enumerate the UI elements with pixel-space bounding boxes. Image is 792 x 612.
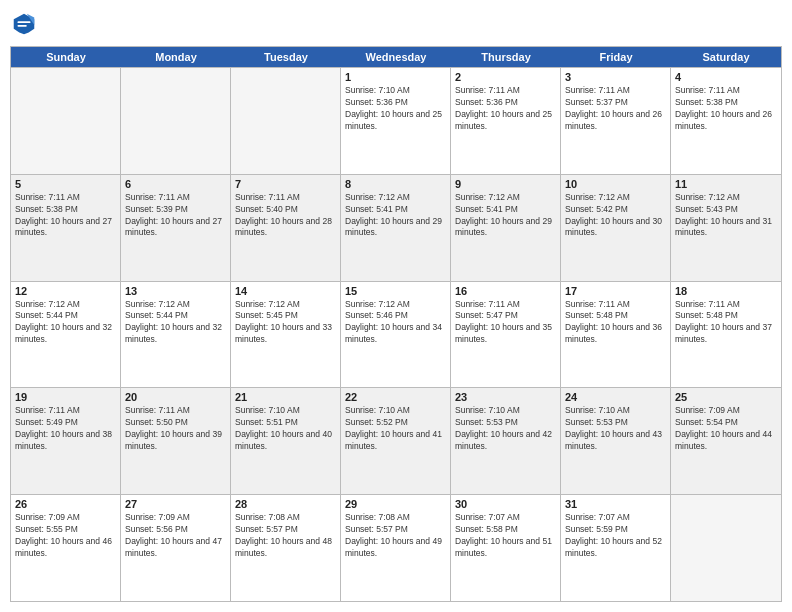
- day-info: Sunrise: 7:11 AM Sunset: 5:36 PM Dayligh…: [455, 85, 556, 133]
- day-number: 8: [345, 178, 446, 190]
- day-cell: 5Sunrise: 7:11 AM Sunset: 5:38 PM Daylig…: [11, 175, 121, 281]
- day-info: Sunrise: 7:11 AM Sunset: 5:48 PM Dayligh…: [675, 299, 777, 347]
- day-cell: 20Sunrise: 7:11 AM Sunset: 5:50 PM Dayli…: [121, 388, 231, 494]
- day-number: 31: [565, 498, 666, 510]
- day-info: Sunrise: 7:10 AM Sunset: 5:51 PM Dayligh…: [235, 405, 336, 453]
- day-info: Sunrise: 7:08 AM Sunset: 5:57 PM Dayligh…: [235, 512, 336, 560]
- day-number: 7: [235, 178, 336, 190]
- day-cell: 27Sunrise: 7:09 AM Sunset: 5:56 PM Dayli…: [121, 495, 231, 601]
- day-number: 28: [235, 498, 336, 510]
- day-cell: 29Sunrise: 7:08 AM Sunset: 5:57 PM Dayli…: [341, 495, 451, 601]
- day-cell: 28Sunrise: 7:08 AM Sunset: 5:57 PM Dayli…: [231, 495, 341, 601]
- day-info: Sunrise: 7:11 AM Sunset: 5:49 PM Dayligh…: [15, 405, 116, 453]
- day-cell: 24Sunrise: 7:10 AM Sunset: 5:53 PM Dayli…: [561, 388, 671, 494]
- day-number: 5: [15, 178, 116, 190]
- day-number: 13: [125, 285, 226, 297]
- day-number: 14: [235, 285, 336, 297]
- day-number: 6: [125, 178, 226, 190]
- day-number: 15: [345, 285, 446, 297]
- day-cell: 12Sunrise: 7:12 AM Sunset: 5:44 PM Dayli…: [11, 282, 121, 388]
- day-header: Thursday: [451, 47, 561, 67]
- day-info: Sunrise: 7:11 AM Sunset: 5:50 PM Dayligh…: [125, 405, 226, 453]
- day-number: 4: [675, 71, 777, 83]
- header: [10, 10, 782, 38]
- day-info: Sunrise: 7:11 AM Sunset: 5:48 PM Dayligh…: [565, 299, 666, 347]
- day-info: Sunrise: 7:09 AM Sunset: 5:55 PM Dayligh…: [15, 512, 116, 560]
- day-cell: 30Sunrise: 7:07 AM Sunset: 5:58 PM Dayli…: [451, 495, 561, 601]
- day-number: 21: [235, 391, 336, 403]
- day-info: Sunrise: 7:12 AM Sunset: 5:46 PM Dayligh…: [345, 299, 446, 347]
- day-cell: [11, 68, 121, 174]
- day-info: Sunrise: 7:11 AM Sunset: 5:39 PM Dayligh…: [125, 192, 226, 240]
- day-number: 19: [15, 391, 116, 403]
- day-info: Sunrise: 7:07 AM Sunset: 5:58 PM Dayligh…: [455, 512, 556, 560]
- day-cell: 15Sunrise: 7:12 AM Sunset: 5:46 PM Dayli…: [341, 282, 451, 388]
- day-info: Sunrise: 7:12 AM Sunset: 5:44 PM Dayligh…: [125, 299, 226, 347]
- day-info: Sunrise: 7:12 AM Sunset: 5:43 PM Dayligh…: [675, 192, 777, 240]
- day-number: 25: [675, 391, 777, 403]
- day-header: Wednesday: [341, 47, 451, 67]
- day-number: 26: [15, 498, 116, 510]
- day-cell: 18Sunrise: 7:11 AM Sunset: 5:48 PM Dayli…: [671, 282, 781, 388]
- day-header: Tuesday: [231, 47, 341, 67]
- day-number: 29: [345, 498, 446, 510]
- day-cell: 10Sunrise: 7:12 AM Sunset: 5:42 PM Dayli…: [561, 175, 671, 281]
- day-header: Monday: [121, 47, 231, 67]
- svg-rect-3: [17, 25, 26, 27]
- day-cell: 8Sunrise: 7:12 AM Sunset: 5:41 PM Daylig…: [341, 175, 451, 281]
- week-row: 19Sunrise: 7:11 AM Sunset: 5:49 PM Dayli…: [11, 387, 781, 494]
- day-info: Sunrise: 7:09 AM Sunset: 5:54 PM Dayligh…: [675, 405, 777, 453]
- day-number: 23: [455, 391, 556, 403]
- day-info: Sunrise: 7:08 AM Sunset: 5:57 PM Dayligh…: [345, 512, 446, 560]
- day-header: Sunday: [11, 47, 121, 67]
- day-info: Sunrise: 7:11 AM Sunset: 5:47 PM Dayligh…: [455, 299, 556, 347]
- day-info: Sunrise: 7:12 AM Sunset: 5:42 PM Dayligh…: [565, 192, 666, 240]
- day-cell: 2Sunrise: 7:11 AM Sunset: 5:36 PM Daylig…: [451, 68, 561, 174]
- day-number: 12: [15, 285, 116, 297]
- day-info: Sunrise: 7:11 AM Sunset: 5:38 PM Dayligh…: [675, 85, 777, 133]
- page: SundayMondayTuesdayWednesdayThursdayFrid…: [0, 0, 792, 612]
- day-number: 9: [455, 178, 556, 190]
- day-number: 22: [345, 391, 446, 403]
- day-number: 27: [125, 498, 226, 510]
- day-cell: 13Sunrise: 7:12 AM Sunset: 5:44 PM Dayli…: [121, 282, 231, 388]
- day-cell: 22Sunrise: 7:10 AM Sunset: 5:52 PM Dayli…: [341, 388, 451, 494]
- day-cell: [671, 495, 781, 601]
- day-cell: 14Sunrise: 7:12 AM Sunset: 5:45 PM Dayli…: [231, 282, 341, 388]
- day-number: 20: [125, 391, 226, 403]
- day-info: Sunrise: 7:11 AM Sunset: 5:38 PM Dayligh…: [15, 192, 116, 240]
- day-header: Friday: [561, 47, 671, 67]
- day-headers: SundayMondayTuesdayWednesdayThursdayFrid…: [11, 47, 781, 67]
- day-cell: 11Sunrise: 7:12 AM Sunset: 5:43 PM Dayli…: [671, 175, 781, 281]
- day-cell: 19Sunrise: 7:11 AM Sunset: 5:49 PM Dayli…: [11, 388, 121, 494]
- day-info: Sunrise: 7:07 AM Sunset: 5:59 PM Dayligh…: [565, 512, 666, 560]
- calendar: SundayMondayTuesdayWednesdayThursdayFrid…: [10, 46, 782, 602]
- calendar-body: 1Sunrise: 7:10 AM Sunset: 5:36 PM Daylig…: [11, 67, 781, 601]
- day-cell: 4Sunrise: 7:11 AM Sunset: 5:38 PM Daylig…: [671, 68, 781, 174]
- day-info: Sunrise: 7:11 AM Sunset: 5:40 PM Dayligh…: [235, 192, 336, 240]
- day-info: Sunrise: 7:10 AM Sunset: 5:53 PM Dayligh…: [565, 405, 666, 453]
- day-cell: 17Sunrise: 7:11 AM Sunset: 5:48 PM Dayli…: [561, 282, 671, 388]
- day-cell: 7Sunrise: 7:11 AM Sunset: 5:40 PM Daylig…: [231, 175, 341, 281]
- day-number: 10: [565, 178, 666, 190]
- logo: [10, 10, 42, 38]
- day-cell: 9Sunrise: 7:12 AM Sunset: 5:41 PM Daylig…: [451, 175, 561, 281]
- day-cell: 1Sunrise: 7:10 AM Sunset: 5:36 PM Daylig…: [341, 68, 451, 174]
- day-cell: 31Sunrise: 7:07 AM Sunset: 5:59 PM Dayli…: [561, 495, 671, 601]
- day-number: 17: [565, 285, 666, 297]
- day-info: Sunrise: 7:12 AM Sunset: 5:44 PM Dayligh…: [15, 299, 116, 347]
- day-info: Sunrise: 7:12 AM Sunset: 5:41 PM Dayligh…: [345, 192, 446, 240]
- week-row: 12Sunrise: 7:12 AM Sunset: 5:44 PM Dayli…: [11, 281, 781, 388]
- day-cell: 6Sunrise: 7:11 AM Sunset: 5:39 PM Daylig…: [121, 175, 231, 281]
- day-cell: 26Sunrise: 7:09 AM Sunset: 5:55 PM Dayli…: [11, 495, 121, 601]
- svg-rect-2: [17, 21, 30, 23]
- day-cell: 16Sunrise: 7:11 AM Sunset: 5:47 PM Dayli…: [451, 282, 561, 388]
- day-info: Sunrise: 7:12 AM Sunset: 5:45 PM Dayligh…: [235, 299, 336, 347]
- day-number: 30: [455, 498, 556, 510]
- day-info: Sunrise: 7:09 AM Sunset: 5:56 PM Dayligh…: [125, 512, 226, 560]
- day-info: Sunrise: 7:10 AM Sunset: 5:53 PM Dayligh…: [455, 405, 556, 453]
- day-header: Saturday: [671, 47, 781, 67]
- week-row: 5Sunrise: 7:11 AM Sunset: 5:38 PM Daylig…: [11, 174, 781, 281]
- day-number: 18: [675, 285, 777, 297]
- day-number: 16: [455, 285, 556, 297]
